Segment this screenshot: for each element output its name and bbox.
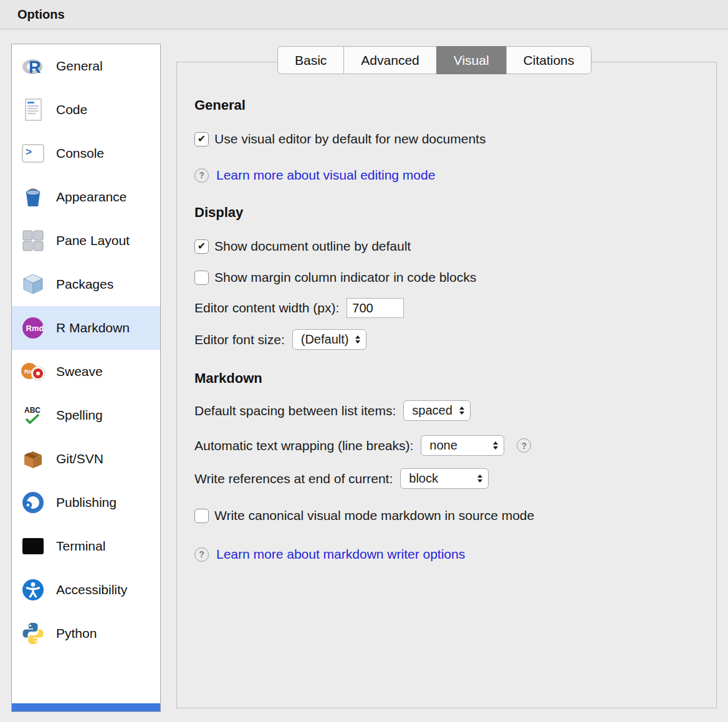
sidebar-item-label: Sweave: [56, 364, 103, 379]
editor-content-width-input[interactable]: [347, 298, 404, 318]
svg-text:R: R: [29, 58, 41, 77]
sidebar-item-appearance[interactable]: Appearance: [12, 175, 160, 219]
selected-value: block: [409, 471, 438, 486]
rmarkdown-ball-icon: Rmd: [19, 314, 47, 342]
sidebar-item-code[interactable]: Code: [12, 88, 160, 132]
sidebar-item-label: Code: [56, 102, 87, 117]
options-tab-bar: Basic Advanced Visual Citations: [277, 46, 592, 74]
options-category-sidebar: R General Code > Console Appearance Pane…: [11, 44, 161, 712]
references-row: Write references at end of current: bloc…: [194, 468, 697, 489]
sidebar-item-label: Appearance: [56, 190, 127, 205]
sidebar-item-accessibility[interactable]: Accessibility: [12, 568, 160, 612]
section-heading-display: Display: [194, 205, 697, 221]
accessibility-person-icon: [19, 576, 47, 604]
help-icon[interactable]: ?: [194, 547, 209, 562]
use-visual-editor-row: Use visual editor by default for new doc…: [194, 131, 697, 147]
section-heading-general: General: [194, 97, 697, 113]
sidebar-item-label: Git/SVN: [56, 451, 103, 466]
svg-text:Rmd: Rmd: [26, 324, 44, 333]
sidebar-item-python[interactable]: Python: [12, 612, 160, 655]
pane-grid-icon: [19, 227, 47, 254]
text-wrapping-row: Automatic text wrapping (line breaks): n…: [194, 435, 697, 456]
svg-text:>: >: [26, 146, 32, 158]
canonical-markdown-label: Write canonical visual mode markdown in …: [214, 508, 534, 524]
references-select[interactable]: block: [400, 468, 489, 489]
sidebar-item-label: R Markdown: [56, 320, 130, 335]
console-prompt-icon: >: [19, 140, 47, 167]
list-spacing-label: Default spacing between list items:: [194, 403, 396, 418]
tab-basic[interactable]: Basic: [277, 46, 344, 74]
text-wrapping-select[interactable]: none: [421, 435, 504, 456]
python-logo-icon: [19, 620, 47, 647]
help-icon[interactable]: ?: [194, 168, 209, 183]
sidebar-item-label: Packages: [56, 277, 113, 292]
publish-connect-icon: [19, 489, 47, 516]
font-size-row: Editor font size: (Default): [194, 329, 697, 350]
list-spacing-row: Default spacing between list items: spac…: [194, 400, 697, 421]
visual-editing-help-link[interactable]: Learn more about visual editing mode: [216, 168, 435, 183]
sidebar-item-r-markdown[interactable]: Rmd R Markdown: [12, 306, 160, 350]
markdown-writer-help-row: ? Learn more about markdown writer optio…: [194, 547, 697, 562]
terminal-screen-icon: [19, 532, 47, 560]
selected-value: spaced: [412, 403, 453, 418]
use-visual-editor-label: Use visual editor by default for new doc…: [214, 131, 486, 147]
show-margin-row: Show margin column indicator in code blo…: [194, 269, 697, 286]
sidebar-item-git-svn[interactable]: Git/SVN: [12, 437, 160, 481]
sidebar-item-pane-layout[interactable]: Pane Layout: [12, 219, 160, 262]
sidebar-item-terminal[interactable]: Terminal: [12, 524, 160, 568]
text-wrapping-help-icon[interactable]: ?: [517, 438, 531, 453]
canonical-markdown-row: Write canonical visual mode markdown in …: [194, 508, 697, 524]
use-visual-editor-checkbox[interactable]: [194, 132, 209, 147]
section-heading-markdown: Markdown: [194, 370, 697, 387]
editor-font-size-select[interactable]: (Default): [292, 329, 367, 350]
content-width-label: Editor content width (px):: [194, 301, 339, 315]
sidebar-partial-item-highlight: [12, 703, 160, 711]
tab-citations[interactable]: Citations: [506, 46, 592, 74]
sidebar-item-spelling[interactable]: ABC Spelling: [12, 393, 160, 437]
tab-visual[interactable]: Visual: [436, 46, 507, 74]
list-spacing-select[interactable]: spaced: [403, 400, 471, 421]
package-cube-icon: [19, 271, 47, 298]
sidebar-item-sweave[interactable]: Rnw Sweave: [12, 350, 160, 393]
content-width-row: Editor content width (px):: [194, 298, 697, 318]
sidebar-item-label: Publishing: [56, 495, 117, 510]
sidebar-item-publishing[interactable]: Publishing: [12, 481, 160, 524]
svg-text:ABC: ABC: [24, 406, 41, 415]
sidebar-item-label: Terminal: [56, 539, 105, 554]
code-document-icon: [19, 96, 47, 123]
sidebar-item-console[interactable]: > Console: [12, 132, 160, 175]
sidebar-item-label: Console: [56, 146, 104, 161]
sidebar-item-label: Accessibility: [56, 582, 127, 597]
selected-value: (Default): [301, 332, 349, 347]
stepper-arrows-icon: [459, 407, 464, 415]
sidebar-item-packages[interactable]: Packages: [12, 262, 160, 306]
paint-bucket-icon: [19, 183, 47, 211]
selected-value: none: [429, 438, 457, 453]
stepper-arrows-icon: [355, 335, 360, 344]
tab-advanced[interactable]: Advanced: [343, 46, 436, 74]
stepper-arrows-icon: [477, 474, 482, 483]
show-outline-label: Show document outline by default: [214, 238, 411, 254]
sidebar-item-general[interactable]: R General: [12, 44, 160, 88]
sidebar-item-label: Pane Layout: [56, 233, 130, 248]
window-title: Options: [17, 7, 65, 22]
show-margin-label: Show margin column indicator in code blo…: [214, 269, 476, 286]
references-label: Write references at end of current:: [194, 471, 393, 486]
canonical-markdown-checkbox[interactable]: [194, 509, 209, 523]
sidebar-item-label: General: [56, 59, 103, 74]
markdown-writer-help-link[interactable]: Learn more about markdown writer options: [216, 547, 465, 562]
stepper-arrows-icon: [493, 441, 498, 450]
sidebar-item-label: Spelling: [56, 408, 103, 423]
abc-spellcheck-icon: ABC: [19, 402, 47, 429]
cardboard-box-icon: [19, 445, 47, 473]
text-wrapping-label: Automatic text wrapping (line breaks):: [194, 438, 413, 453]
r-logo-icon: R: [19, 52, 47, 80]
sidebar-item-label: Python: [56, 626, 97, 641]
show-outline-checkbox[interactable]: [194, 239, 209, 254]
show-margin-checkbox[interactable]: [194, 271, 209, 285]
window-titlebar: Options: [0, 0, 728, 29]
visual-options-panel: General Use visual editor by default for…: [176, 62, 717, 708]
show-outline-row: Show document outline by default: [194, 238, 697, 254]
font-size-label: Editor font size:: [194, 332, 285, 347]
sweave-rnw-pdf-icon: Rnw: [19, 358, 47, 385]
